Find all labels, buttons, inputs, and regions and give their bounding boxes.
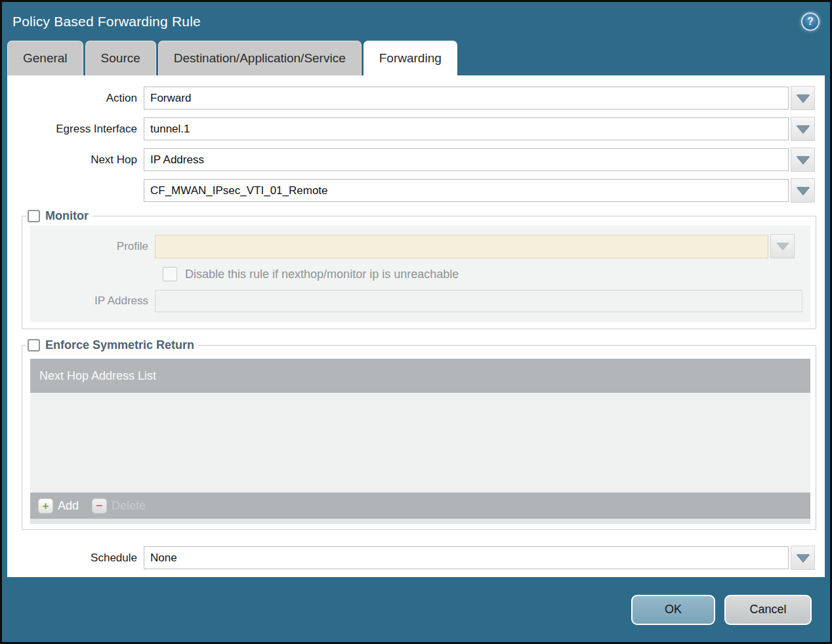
tab-strip: General Source Destination/Application/S… [2, 41, 830, 75]
table-bottom-strip [30, 519, 810, 524]
schedule-select[interactable]: None [144, 546, 789, 569]
chevron-down-icon [797, 554, 810, 562]
monitor-ip-address-row: IP Address [30, 290, 810, 312]
next-hop-address-list-table: Next Hop Address List + Add − Delete [30, 359, 810, 524]
chevron-down-icon [797, 187, 810, 195]
next-hop-row: Next Hop IP Address [7, 148, 815, 172]
action-select[interactable]: Forward [144, 87, 789, 110]
egress-interface-row: Egress Interface tunnel.1 [7, 117, 815, 141]
schedule-row: Schedule None [7, 546, 815, 570]
cancel-button[interactable]: Cancel [724, 595, 812, 625]
profile-dropdown-button [770, 234, 795, 258]
next-hop-address-select[interactable]: CF_MWAN_IPsec_VTI_01_Remote [144, 179, 789, 202]
profile-select [155, 235, 768, 258]
monitor-fieldset: Monitor Profile Disable this rule if nex… [22, 209, 816, 329]
tab-source[interactable]: Source [85, 41, 156, 75]
monitor-ip-address-input [155, 290, 802, 312]
add-button-label: Add [58, 499, 79, 513]
egress-interface-select[interactable]: tunnel.1 [144, 117, 789, 140]
schedule-label: Schedule [7, 552, 144, 565]
dialog-title: Policy Based Forwarding Rule [12, 14, 201, 30]
symmetric-return-legend-label: Enforce Symmetric Return [45, 338, 194, 352]
chevron-down-icon [797, 156, 810, 164]
action-dropdown-button[interactable] [791, 86, 815, 110]
tab-destination-application-service[interactable]: Destination/Application/Service [158, 41, 362, 75]
monitor-panel: Profile Disable this rule if nexthop/mon… [30, 226, 810, 322]
monitor-checkbox[interactable] [28, 210, 40, 222]
tab-forwarding[interactable]: Forwarding [364, 41, 457, 75]
next-hop-address-dropdown-button[interactable] [791, 178, 815, 203]
egress-interface-dropdown-button[interactable] [791, 117, 815, 141]
delete-button-label: Delete [112, 499, 146, 513]
monitor-legend: Monitor [26, 209, 93, 223]
chevron-down-icon [776, 243, 789, 251]
add-button[interactable]: + Add [38, 498, 79, 513]
profile-label: Profile [30, 240, 155, 253]
dialog-footer: OK Cancel [2, 577, 830, 642]
chevron-down-icon [797, 94, 810, 102]
monitor-ip-address-label: IP Address [30, 294, 155, 308]
profile-row: Profile [30, 234, 802, 258]
dialog-titlebar: Policy Based Forwarding Rule ? [2, 2, 830, 41]
disable-rule-checkbox [163, 267, 177, 281]
help-icon[interactable]: ? [801, 12, 820, 31]
next-hop-dropdown-button[interactable] [791, 148, 815, 172]
next-hop-label: Next Hop [7, 153, 144, 167]
schedule-dropdown-button[interactable] [791, 546, 815, 570]
action-row: Action Forward [7, 86, 815, 110]
symmetric-return-legend: Enforce Symmetric Return [26, 338, 198, 352]
next-hop-type-select[interactable]: IP Address [144, 148, 789, 171]
chevron-down-icon [797, 125, 810, 133]
tab-general[interactable]: General [7, 41, 83, 75]
next-hop-address-list-toolbar: + Add − Delete [30, 493, 810, 519]
symmetric-return-checkbox[interactable] [28, 339, 40, 352]
monitor-legend-label: Monitor [45, 209, 89, 223]
forwarding-tab-panel: Action Forward Egress Interface tunnel.1… [7, 75, 825, 577]
action-label: Action [7, 92, 144, 105]
delete-button: − Delete [92, 498, 146, 513]
plus-icon: + [38, 498, 53, 513]
ok-button[interactable]: OK [631, 595, 715, 625]
disable-rule-row: Disable this rule if nexthop/monitor ip … [163, 267, 810, 281]
symmetric-return-fieldset: Enforce Symmetric Return Next Hop Addres… [22, 338, 816, 530]
minus-icon: − [92, 498, 107, 513]
egress-interface-label: Egress Interface [7, 123, 144, 136]
disable-rule-label: Disable this rule if nexthop/monitor ip … [185, 268, 459, 281]
next-hop-address-row: CF_MWAN_IPsec_VTI_01_Remote [7, 178, 815, 203]
next-hop-address-list-body[interactable] [30, 393, 810, 493]
next-hop-address-list-header: Next Hop Address List [30, 359, 810, 393]
